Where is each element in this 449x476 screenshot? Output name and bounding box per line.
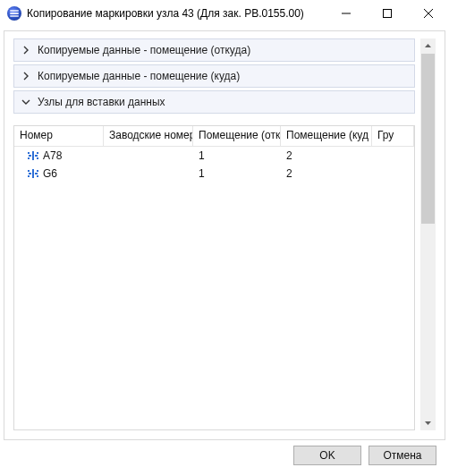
maximize-button[interactable] xyxy=(367,0,408,27)
section-header-dest[interactable]: Копируемые данные - помещение (куда) xyxy=(14,65,414,87)
section-dest-room: Копируемые данные - помещение (куда) xyxy=(13,64,415,88)
table-body[interactable]: A7812G612 xyxy=(14,147,414,429)
col-header-room-to[interactable]: Помещение (куд xyxy=(281,126,372,146)
cell-number: A78 xyxy=(14,149,104,162)
section-source-room: Копируемые данные - помещение (откуда) xyxy=(13,38,415,62)
footer: OK Отмена xyxy=(4,440,445,471)
col-header-number[interactable]: Номер xyxy=(14,126,104,146)
table-row[interactable]: A7812 xyxy=(14,147,414,165)
cell-number: G6 xyxy=(14,167,104,180)
title-bar[interactable]: Копирование маркировки узла 43 (Для зак.… xyxy=(0,0,449,27)
app-icon xyxy=(7,6,21,21)
cancel-button[interactable]: Отмена xyxy=(369,446,436,465)
chevron-right-icon xyxy=(20,70,32,82)
col-header-group[interactable]: Гру xyxy=(372,126,414,146)
col-header-room-from[interactable]: Помещение (отк xyxy=(193,126,281,146)
content-main: Копируемые данные - помещение (откуда) К… xyxy=(13,38,415,430)
table-row[interactable]: G612 xyxy=(14,165,414,183)
button-label: Отмена xyxy=(383,449,421,462)
cell-room-from: 1 xyxy=(193,149,281,162)
section-label: Копируемые данные - помещение (откуда) xyxy=(38,44,250,56)
chevron-down-icon xyxy=(20,96,32,108)
svg-rect-0 xyxy=(384,10,392,18)
content-panel: Копируемые данные - помещение (откуда) К… xyxy=(4,30,445,440)
scroll-thumb[interactable] xyxy=(421,54,435,224)
chevron-right-icon xyxy=(20,44,32,56)
nodes-table: Номер Заводские номер Помещение (отк Пом… xyxy=(13,125,415,430)
cell-number-text: G6 xyxy=(43,167,57,180)
node-icon xyxy=(27,151,39,160)
cell-room-to: 2 xyxy=(281,167,372,180)
section-label: Копируемые данные - помещение (куда) xyxy=(38,70,240,82)
section-header-source[interactable]: Копируемые данные - помещение (откуда) xyxy=(14,39,414,61)
section-nodes: Узлы для вставки данных xyxy=(13,90,415,114)
client-area: Копируемые данные - помещение (откуда) К… xyxy=(0,27,449,476)
close-button[interactable] xyxy=(408,0,449,27)
button-label: OK xyxy=(319,449,335,462)
cell-room-to: 2 xyxy=(281,149,372,162)
cell-number-text: A78 xyxy=(43,149,62,162)
table-header-row: Номер Заводские номер Помещение (отк Пом… xyxy=(14,126,414,147)
scroll-up-button[interactable] xyxy=(420,38,436,54)
window-title: Копирование маркировки узла 43 (Для зак.… xyxy=(27,7,326,20)
window: Копирование маркировки узла 43 (Для зак.… xyxy=(0,0,449,476)
vertical-scrollbar[interactable] xyxy=(420,38,436,430)
section-label: Узлы для вставки данных xyxy=(38,96,165,108)
scroll-track[interactable] xyxy=(420,54,436,415)
col-header-factory[interactable]: Заводские номер xyxy=(104,126,193,146)
cell-room-from: 1 xyxy=(193,167,281,180)
section-header-nodes[interactable]: Узлы для вставки данных xyxy=(14,91,414,113)
scroll-down-button[interactable] xyxy=(420,415,436,430)
minimize-button[interactable] xyxy=(326,0,367,27)
ok-button[interactable]: OK xyxy=(293,446,361,465)
node-icon xyxy=(27,169,39,178)
